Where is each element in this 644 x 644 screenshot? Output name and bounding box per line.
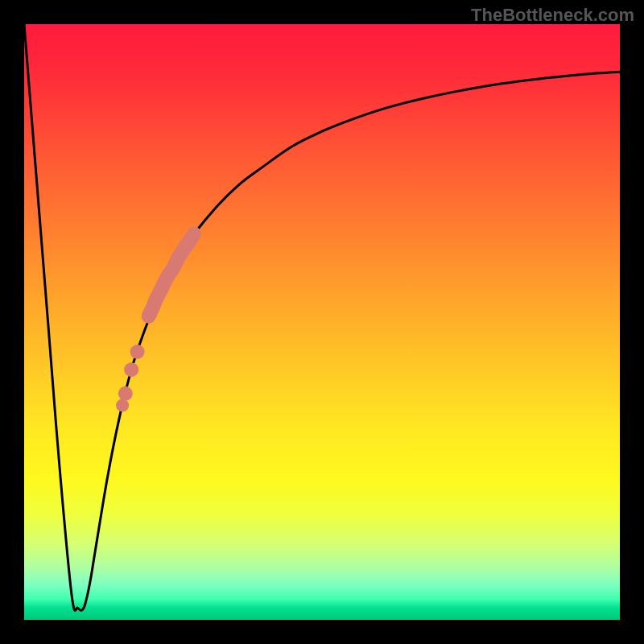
plot-area <box>24 24 620 620</box>
chart-svg <box>24 24 620 620</box>
watermark-text: TheBottleneck.com <box>471 5 634 26</box>
highlight-dots <box>116 345 145 412</box>
highlight-segment <box>149 233 194 316</box>
highlight-dot <box>124 362 138 377</box>
bottleneck-curve <box>24 24 620 610</box>
highlight-dot <box>116 399 129 412</box>
highlight-dot <box>130 345 145 359</box>
highlight-dot <box>118 386 133 401</box>
